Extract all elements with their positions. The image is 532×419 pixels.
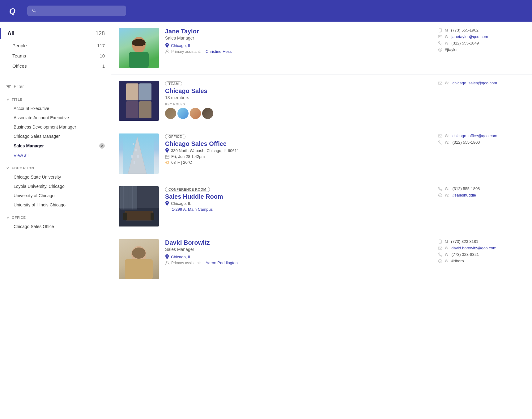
filter-sales-manager[interactable]: Sales Manager ✕ — [0, 141, 111, 151]
david-mobile-val: (773) 323 8181 — [451, 239, 478, 244]
key-role-avatar-1 — [165, 108, 176, 119]
david-borowitz-avatar-svg — [122, 239, 156, 279]
chevron-education-icon — [6, 167, 9, 170]
filter-group-education-header[interactable]: EDUCATION — [0, 164, 111, 172]
svg-point-56 — [166, 261, 168, 263]
svg-text:S: S — [439, 49, 441, 52]
filter-group-title: TITLE Account Executive Associate Accoun… — [0, 95, 111, 160]
huddle-skype: S W: #saleshuddle — [438, 193, 525, 197]
svg-rect-26 — [134, 161, 135, 164]
key-roles-label: KEY ROLES — [165, 103, 432, 106]
david-borowitz-subtitle: Sales Manager — [165, 247, 432, 252]
filter-loyola[interactable]: Loyola University, Chicago — [0, 182, 111, 191]
search-input[interactable]: Chicago Sales — [40, 8, 121, 14]
huddle-room-link[interactable]: 1-299 A, Main Campus — [172, 207, 213, 212]
assistant-label: Primary assistant: — [171, 49, 201, 54]
chicago-sales-name[interactable]: Chicago Sales — [165, 87, 432, 95]
david-location-link[interactable]: Chicago, IL — [171, 255, 191, 259]
people-label: People — [12, 43, 27, 48]
title-group-label: TITLE — [12, 98, 23, 101]
jane-taylor-meta: M (773) 555-1962 W janetaylor@qco.com W — [438, 28, 525, 54]
svg-rect-10 — [129, 52, 149, 68]
chicago-sales-team-main: TEAM Chicago Sales 13 members KEY ROLES — [165, 81, 432, 119]
huddle-location-icon — [165, 201, 169, 206]
jane-taylor-phone: W (312) 555-1849 — [438, 41, 525, 45]
jane-taylor-email-link[interactable]: janetaylor@qco.com — [451, 34, 488, 39]
nav-all[interactable]: All 128 — [0, 28, 111, 39]
svg-text:S: S — [439, 194, 441, 197]
david-phone-icon — [438, 252, 442, 257]
jane-taylor-mobile-val: (773) 555-1962 — [451, 28, 479, 32]
search-icon — [32, 8, 37, 13]
jane-taylor-name[interactable]: Jane Taylor — [165, 28, 432, 35]
david-borowitz-location: Chicago, IL — [165, 254, 432, 259]
jane-taylor-location-link[interactable]: Chicago, IL — [171, 43, 191, 48]
key-role-avatar-3 — [190, 108, 201, 119]
david-assistant-link[interactable]: Aaron Paddington — [206, 260, 238, 265]
filter-account-executive[interactable]: Account Executive — [0, 104, 111, 113]
svg-line-37 — [168, 163, 168, 163]
sidebar-item-offices[interactable]: Offices 1 — [0, 61, 111, 71]
filter-associate-ae[interactable]: Associate Account Executive — [0, 113, 111, 122]
svg-rect-27 — [165, 155, 169, 159]
david-person-icon — [165, 261, 169, 265]
office-building-svg — [123, 133, 154, 174]
filter-u-illinois[interactable]: Uniersity of Illinois Chicago — [0, 200, 111, 210]
huddle-skype-link[interactable]: #saleshuddle — [452, 193, 476, 197]
filter-chicago-sales-manager[interactable]: Chicago Sales Manager — [0, 132, 111, 141]
chevron-title-icon — [6, 98, 9, 101]
chicago-office-main: OFFICE Chicago Sales Office 330 North Wa… — [165, 133, 432, 166]
person-icon — [165, 49, 169, 54]
sidebar-item-people[interactable]: People 117 — [0, 40, 111, 51]
location-icon — [165, 43, 169, 48]
jane-taylor-avatar-svg — [123, 31, 154, 68]
svg-text:S: S — [439, 260, 441, 263]
svg-point-8 — [8, 87, 9, 88]
result-chicago-sales-team: TEAM Chicago Sales 13 members KEY ROLES — [111, 74, 532, 127]
sales-huddle-meta: W: (312) 555-1808 S W: #saleshuddle — [438, 186, 525, 199]
sidebar-item-teams[interactable]: Teams 10 — [0, 51, 111, 61]
team-email-icon — [438, 81, 442, 85]
view-all-titles[interactable]: View all — [0, 151, 111, 160]
svg-point-6 — [7, 85, 8, 86]
filter-chicago-sales-office[interactable]: Chicago Sales Office — [0, 222, 111, 231]
david-borowitz-name[interactable]: David Borowitz — [165, 239, 432, 246]
mobile-label: M — [445, 28, 448, 32]
jane-taylor-email: W janetaylor@qco.com — [438, 34, 525, 39]
filter-group-title-header[interactable]: TITLE — [0, 95, 111, 104]
filter-u-chicago[interactable]: University of Chicago — [0, 191, 111, 200]
office-weather: 68°F | 20°C — [165, 160, 432, 165]
jane-taylor-phone-val: (312) 555-1849 — [451, 41, 479, 45]
sidebar: All 128 People 117 Teams 10 Offices 1 — [0, 22, 111, 419]
sales-huddle-name[interactable]: Sales Huddle Room — [165, 193, 432, 200]
jane-taylor-assistant-link[interactable]: Christine Hess — [206, 49, 232, 54]
skype-icon: S — [438, 48, 442, 52]
result-jane-taylor: Jane Taylor Sales Manager Chicago, IL Pr… — [111, 22, 532, 74]
svg-rect-24 — [131, 155, 133, 158]
david-mobile: M (773) 323 8181 — [438, 239, 525, 244]
team-email-w-label: W: — [445, 81, 449, 85]
email-icon — [438, 35, 442, 39]
jane-taylor-mobile: M (773) 555-1962 — [438, 28, 525, 32]
search-bar[interactable]: Chicago Sales — [27, 6, 126, 16]
david-email-link[interactable]: david.borowitz@qco.com — [451, 246, 496, 250]
remove-sales-manager[interactable]: ✕ — [99, 143, 105, 149]
office-datetime: Fri, Jun 28 1:42pm — [165, 154, 432, 159]
filter-label: Filter — [14, 84, 24, 89]
svg-rect-55 — [131, 259, 147, 269]
svg-point-58 — [440, 242, 440, 243]
filter-button[interactable]: Filter — [0, 81, 111, 91]
filter-bdm[interactable]: Business Development Manager — [0, 122, 111, 132]
app-logo: Q — [6, 3, 21, 18]
huddle-phone-val: (312) 555-1808 — [452, 186, 480, 191]
filter-icon — [6, 84, 11, 89]
team-email-link[interactable]: chicago_sales@qco.com — [452, 81, 497, 85]
office-email-icon — [438, 134, 442, 138]
sales-huddle-image — [119, 186, 159, 226]
filter-chicago-state[interactable]: Chicago State University — [0, 172, 111, 182]
filter-group-office-header[interactable]: OFFICE — [0, 213, 111, 222]
svg-point-54 — [132, 248, 146, 259]
chicago-office-name[interactable]: Chicago Sales Office — [165, 140, 432, 147]
office-email-link[interactable]: chicago_office@qco.com — [452, 133, 497, 138]
jane-taylor-image — [119, 28, 159, 68]
